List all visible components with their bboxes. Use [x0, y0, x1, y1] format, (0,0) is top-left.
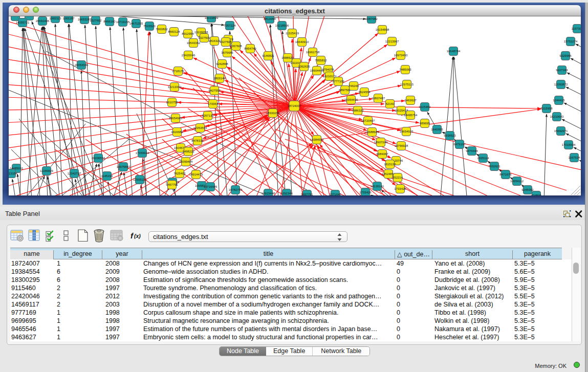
svg-text:3675685: 3675685: [221, 51, 233, 54]
svg-text:1292344: 1292344: [280, 192, 293, 195]
svg-text:14671355: 14671355: [129, 22, 143, 25]
svg-text:18724007: 18724007: [288, 104, 301, 107]
svg-text:1362635: 1362635: [298, 65, 310, 68]
svg-text:1463627: 1463627: [404, 99, 417, 102]
svg-text:9242848: 9242848: [216, 62, 228, 65]
svg-text:9329966: 9329966: [559, 54, 572, 57]
svg-text:16099484: 16099484: [179, 160, 193, 163]
svg-text:16720407: 16720407: [361, 119, 375, 122]
svg-text:9474444: 9474444: [466, 149, 478, 152]
svg-text:12975115: 12975115: [400, 83, 414, 86]
svg-text:1157304: 1157304: [572, 27, 581, 30]
svg-text:19654923: 19654923: [400, 130, 413, 133]
svg-text:20364436: 20364436: [344, 98, 358, 101]
svg-text:9146821: 9146821: [262, 54, 274, 57]
svg-text:1371648: 1371648: [329, 193, 341, 195]
svg-text:1733426: 1733426: [394, 187, 406, 190]
svg-text:1610755: 1610755: [166, 101, 178, 104]
svg-text:9457791: 9457791: [166, 183, 178, 186]
svg-text:9327508: 9327508: [220, 40, 232, 43]
svg-text:18907249: 18907249: [374, 141, 388, 144]
svg-text:11325419: 11325419: [286, 32, 299, 35]
svg-text:2087682: 2087682: [365, 17, 378, 20]
svg-text:8660124: 8660124: [168, 30, 180, 33]
svg-text:3913154: 3913154: [9, 172, 17, 175]
svg-text:3267130: 3267130: [202, 114, 214, 117]
svg-text:5938923: 5938923: [444, 134, 456, 137]
svg-text:9227343: 9227343: [556, 69, 568, 72]
svg-text:12213967: 12213967: [385, 40, 399, 43]
svg-text:9427552: 9427552: [208, 89, 221, 92]
svg-text:1065323: 1065323: [49, 17, 61, 20]
svg-text:7986322: 7986322: [352, 109, 364, 112]
svg-text:14136141: 14136141: [371, 185, 384, 188]
svg-text:8912954: 8912954: [182, 32, 194, 35]
svg-text:10543362: 10543362: [187, 41, 201, 45]
svg-text:1588520: 1588520: [281, 56, 294, 59]
svg-text:1816323: 1816323: [208, 39, 221, 42]
svg-text:9115460: 9115460: [419, 105, 431, 108]
svg-text:1145194: 1145194: [101, 174, 114, 178]
svg-text:19218506: 19218506: [275, 24, 289, 27]
svg-text:8466160: 8466160: [103, 20, 116, 23]
svg-text:1527602: 1527602: [90, 19, 102, 22]
svg-text:16961758: 16961758: [306, 51, 320, 54]
svg-text:1065287: 1065287: [62, 17, 75, 20]
svg-text:7485063: 7485063: [399, 68, 411, 71]
svg-text:1733426: 1733426: [359, 191, 372, 194]
svg-text:12213302: 12213302: [168, 85, 182, 89]
svg-text:2367608: 2367608: [230, 45, 242, 48]
svg-text:15751074: 15751074: [564, 40, 578, 43]
svg-text:2718176: 2718176: [172, 70, 184, 73]
svg-text:8478332: 8478332: [191, 139, 204, 142]
svg-text:3624554: 3624554: [358, 91, 371, 94]
svg-text:8813054: 8813054: [264, 17, 276, 20]
svg-text:252214: 252214: [393, 176, 403, 179]
svg-text:9657791: 9657791: [301, 193, 313, 195]
svg-text:17359924: 17359924: [136, 151, 149, 155]
svg-text:20691406: 20691406: [36, 19, 50, 23]
svg-text:20206556: 20206556: [92, 157, 105, 160]
svg-text:746246: 746246: [349, 84, 359, 87]
svg-text:7663822: 7663822: [156, 28, 168, 31]
svg-text:8454749: 8454749: [244, 47, 256, 50]
svg-text:(x): (x): [134, 233, 141, 239]
svg-text:6479197: 6479197: [453, 143, 466, 146]
svg-text:16210643: 16210643: [550, 115, 564, 118]
svg-text:11156829: 11156829: [40, 169, 53, 172]
svg-text:12353594: 12353594: [193, 126, 207, 129]
svg-text:10654112: 10654112: [510, 180, 524, 183]
svg-text:2935114: 2935114: [477, 157, 490, 160]
svg-text:23420046: 23420046: [182, 54, 195, 57]
svg-text:10973493: 10973493: [394, 54, 408, 57]
svg-text:12093872: 12093872: [554, 83, 568, 86]
svg-text:8215958: 8215958: [540, 107, 553, 110]
svg-text:14914479: 14914479: [189, 173, 203, 176]
svg-text:1615132: 1615132: [384, 163, 396, 166]
svg-text:62160: 62160: [386, 102, 395, 105]
svg-text:689695: 689695: [420, 122, 430, 125]
svg-text:9245052: 9245052: [521, 188, 534, 191]
svg-text:18495754: 18495754: [404, 114, 418, 117]
svg-text:10033809: 10033809: [205, 16, 219, 19]
svg-text:16154808: 16154808: [376, 28, 389, 31]
svg-text:18300295: 18300295: [266, 112, 280, 115]
svg-text:1640955: 1640955: [431, 128, 443, 131]
svg-text:7632621: 7632621: [488, 165, 500, 168]
svg-text:12342737: 12342737: [68, 172, 81, 175]
svg-text:8471676: 8471676: [499, 173, 512, 176]
svg-text:1498222: 1498222: [182, 150, 194, 153]
svg-text:10756928: 10756928: [395, 144, 408, 147]
svg-text:1167534: 1167534: [569, 156, 581, 159]
svg-text:7955812: 7955812: [315, 59, 327, 62]
svg-text:15692971: 15692971: [554, 129, 568, 133]
svg-text:7515520: 7515520: [143, 25, 156, 28]
svg-text:19384554: 19384554: [310, 138, 324, 141]
svg-text:170064: 170064: [208, 102, 219, 105]
svg-text:7357224: 7357224: [224, 24, 236, 27]
svg-text:20053346: 20053346: [75, 63, 89, 67]
svg-text:9794078: 9794078: [322, 68, 334, 71]
svg-text:10688609: 10688609: [365, 130, 379, 134]
svg-text:f: f: [130, 231, 134, 240]
svg-text:1244415: 1244415: [553, 99, 565, 102]
